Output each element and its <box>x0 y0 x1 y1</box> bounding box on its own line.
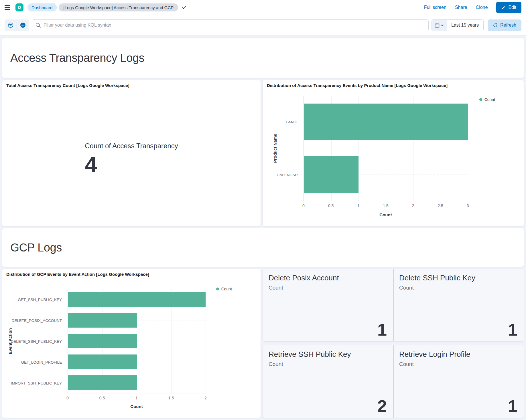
refresh-button-label: Refresh <box>500 23 516 28</box>
share-link[interactable]: Share <box>455 5 467 10</box>
x-tick-label: 0.5 <box>328 203 334 208</box>
y-category-label: GET_SSH_PUBLIC_KEY <box>18 297 62 302</box>
metric-sublabel: Count <box>399 285 518 291</box>
top-navigation-bar: D Dashboard [Logs Google Workspace] Acce… <box>0 0 526 15</box>
section-title-access: Access Transparency Logs <box>10 51 144 64</box>
chart-legend[interactable]: Count <box>479 97 495 102</box>
legend-label: Count <box>484 97 495 102</box>
legend-dot <box>216 288 219 290</box>
x-tick-label: 1.5 <box>168 396 174 400</box>
legend-label: Count <box>221 287 232 291</box>
bar-CALENDAR[interactable] <box>304 156 358 193</box>
check-icon[interactable] <box>182 5 187 10</box>
bar-GMAIL[interactable] <box>304 104 468 140</box>
metric-sublabel: Count <box>269 361 387 367</box>
metric-value: 1 <box>508 398 517 415</box>
section-gcp-logs: GCP Logs <box>2 228 524 267</box>
gcp-metric-grid: Delete Posix Account Count 1 Delete SSH … <box>263 269 524 418</box>
y-category-label: CALENDAR <box>277 173 298 177</box>
chart-legend[interactable]: Count <box>216 287 232 291</box>
bar-DELETE_POSIX_ACCOUNT[interactable] <box>68 313 137 328</box>
search-icon <box>36 23 41 28</box>
y-axis-title: Event Action <box>8 323 13 360</box>
y-axis-title: Product Name <box>273 128 277 169</box>
breadcrumb: Dashboard [Logs Google Workspace] Access… <box>27 3 187 11</box>
dashboard-content: Access Transparency Logs Total Access Tr… <box>0 35 526 420</box>
metric-sublabel: Count <box>399 361 518 367</box>
y-category-label: DELETE_POSIX_ACCOUNT <box>11 318 62 322</box>
menu-icon[interactable] <box>5 4 11 11</box>
bar-DELETE_SSH_PUBLIC_KEY[interactable] <box>68 334 137 348</box>
calendar-icon[interactable] <box>432 20 447 31</box>
panel-gcp-event-action-chart[interactable]: Distribution of GCP Events by Event Acti… <box>2 269 261 418</box>
x-tick-label: 1 <box>135 396 138 400</box>
x-axis-title: Count <box>304 212 468 217</box>
filter-controls-group <box>5 19 29 31</box>
legend-dot <box>479 98 482 101</box>
x-tick-label: 1.5 <box>383 203 388 208</box>
x-axis-title: Count <box>68 404 206 409</box>
date-picker: Last 15 years <box>432 19 484 31</box>
x-tick-label: 0.5 <box>99 396 105 400</box>
panel-delete-ssh-public-key[interactable]: Delete SSH Public Key Count 1 <box>393 269 524 341</box>
y-category-label: GET_LOGIN_PROFILE <box>21 360 62 364</box>
bar-GET_LOGIN_PROFILE[interactable] <box>68 354 137 369</box>
gridline <box>468 96 468 201</box>
x-tick-label: 2.5 <box>438 203 443 208</box>
panel-total-access-transparency-count[interactable]: Total Access Transparency Count [Logs Go… <box>2 80 261 226</box>
panel-title: Distribution of Access Transparency Even… <box>267 83 520 88</box>
y-category-label: DELETE_SSH_PUBLIC_KEY <box>11 339 62 343</box>
panel-retrieve-ssh-public-key[interactable]: Retrieve SSH Public Key Count 2 <box>263 345 393 418</box>
panel-title: Distribution of GCP Events by Event Acti… <box>6 272 257 277</box>
panel-product-name-chart[interactable]: Distribution of Access Transparency Even… <box>263 80 524 226</box>
chevron-down-icon <box>441 24 444 27</box>
metric-title: Retrieve SSH Public Key <box>269 350 387 359</box>
panel-title: Total Access Transparency Count [Logs Go… <box>6 83 257 88</box>
edit-button[interactable]: Edit <box>496 2 521 13</box>
x-tick-label: 0 <box>302 203 305 208</box>
x-tick-label: 0 <box>66 396 69 400</box>
saved-query-filter-icon[interactable] <box>5 19 17 31</box>
metric-label: Count of Access Transparency <box>85 142 178 150</box>
x-tick-label: 2 <box>204 396 207 400</box>
section-access-transparency: Access Transparency Logs <box>2 38 524 78</box>
x-tick-label: 3 <box>467 203 469 208</box>
metric-value: 2 <box>377 398 387 415</box>
panel-delete-posix-account[interactable]: Delete Posix Account Count 1 <box>263 269 393 341</box>
x-tick-label: 2 <box>412 203 414 208</box>
query-bar: Last 15 years Refresh <box>0 15 526 35</box>
x-tick-label: 1 <box>357 203 359 208</box>
breadcrumb-current-dashboard[interactable]: [Logs Google Workspace] Access Transpare… <box>59 3 178 11</box>
metric-sublabel: Count <box>269 285 387 291</box>
metric-title: Retrieve Login Profile <box>399 350 518 359</box>
kql-search-input[interactable] <box>32 19 429 31</box>
panel-retrieve-login-profile[interactable]: Retrieve Login Profile Count 1 <box>393 345 524 418</box>
y-category-label: IMPORT_SSH_PUBLIC_KEY <box>11 381 62 385</box>
pencil-icon <box>501 5 506 10</box>
refresh-button[interactable]: Refresh <box>488 19 521 31</box>
metric-value: 4 <box>85 154 178 176</box>
full-screen-link[interactable]: Full screen <box>424 5 446 10</box>
metric-title: Delete SSH Public Key <box>399 274 518 282</box>
metric-value: 1 <box>377 321 387 338</box>
metric-value: 1 <box>508 321 517 338</box>
bar-GET_SSH_PUBLIC_KEY[interactable] <box>68 292 206 307</box>
y-category-label: GMAIL <box>286 120 298 124</box>
metric-title: Delete Posix Account <box>269 274 387 282</box>
add-filter-icon[interactable] <box>17 19 29 31</box>
refresh-icon <box>493 23 498 28</box>
gridline <box>206 289 206 393</box>
time-range-value[interactable]: Last 15 years <box>447 20 483 31</box>
space-avatar[interactable]: D <box>15 3 23 11</box>
clone-link[interactable]: Clone <box>476 5 488 10</box>
section-title-gcp: GCP Logs <box>10 241 62 254</box>
breadcrumb-dashboard[interactable]: Dashboard <box>27 3 55 11</box>
edit-button-label: Edit <box>508 5 516 10</box>
bar-IMPORT_SSH_PUBLIC_KEY[interactable] <box>68 375 137 390</box>
